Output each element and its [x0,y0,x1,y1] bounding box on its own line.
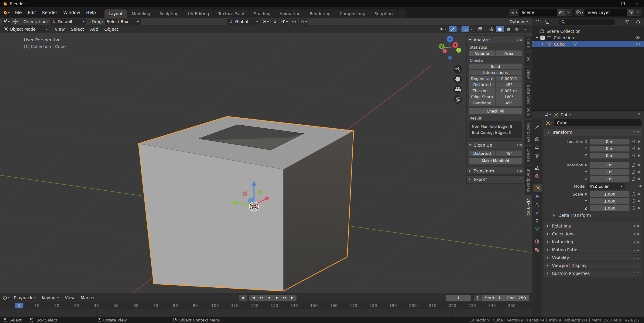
timeline-menu-playback[interactable]: Playback [11,294,39,302]
keyframe-dot[interactable] [638,155,640,157]
lock-open-icon[interactable] [629,170,637,174]
section-collections[interactable]: Collections [544,230,642,238]
selectability-dropdown[interactable] [439,26,447,32]
shading-wireframe-button[interactable] [487,26,495,32]
check-row-label[interactable]: Thickness [469,88,495,94]
chevron-down-icon[interactable] [471,29,473,31]
properties-tab-material[interactable] [532,237,542,245]
outliner-search-input[interactable] [559,19,615,25]
viewport-menu-view[interactable]: View [52,25,68,33]
panel-grip[interactable] [634,233,639,235]
check-row-value[interactable]: 0.001 m [496,88,522,94]
location-value-field[interactable]: 0 m [590,153,629,158]
shading-dropdown[interactable] [521,26,529,32]
drag-dropdown[interactable]: Select Box [105,19,141,25]
outliner-filter-mode-button[interactable] [544,19,553,25]
lock-open-icon[interactable] [629,140,637,144]
transform-panel-header[interactable]: Transform [544,129,642,136]
check-row-label[interactable]: Edge Sharp [469,94,495,100]
close-button[interactable]: ✕ [630,0,644,7]
gizmo-plane-x[interactable] [243,192,247,196]
lock-open-icon[interactable] [629,206,637,210]
snap-toggle-button[interactable] [271,19,279,25]
show-overlays-button[interactable] [461,26,469,32]
panel-grip[interactable] [634,225,639,227]
properties-tab-view-layer[interactable] [532,151,542,160]
next-keyframe-button[interactable] [281,295,289,301]
panel-grip[interactable] [634,257,639,259]
outliner-row-cube[interactable]: Cube [532,41,644,47]
cleanup-distorted-value[interactable]: 45° [496,151,522,156]
panel-grip[interactable] [634,131,639,133]
section-relations[interactable]: Relations [544,222,642,230]
properties-tab-constraints[interactable] [532,217,542,225]
properties-tab-output[interactable] [532,143,542,151]
section-custom-properties[interactable]: Custom Properties [544,270,642,277]
viewport-canvas[interactable]: Z X Y [0,33,532,293]
xray-toggle-button[interactable] [476,26,484,32]
minimize-button[interactable]: – [602,0,616,7]
orthographic-toggle-button[interactable] [454,95,462,104]
sidebar-tab-3d-print[interactable]: 3D-Print [525,196,532,218]
shading-solid-button[interactable] [496,26,504,32]
pin-icon[interactable] [637,113,641,117]
current-frame-field[interactable]: 1 [446,295,471,301]
axis-y-negative-handle[interactable] [456,48,461,53]
proportional-falloff-button[interactable] [299,19,308,25]
viewport-menu-select[interactable]: Select [68,25,87,33]
collection-checkbox[interactable]: ✓ [540,36,545,40]
sidebar-tab-blendpeaks[interactable]: Blendpeaks [525,166,532,195]
new-collection-button[interactable] [634,19,642,25]
scene-browse-button[interactable] [509,9,519,16]
chevron-down-icon[interactable] [458,29,460,31]
section-instancing[interactable]: Instancing [544,238,642,245]
lock-open-icon[interactable] [629,192,637,196]
sidebar-tab-techdraw[interactable]: TechDraw [525,120,532,145]
timeline-collapse-icon[interactable]: ‹ [529,303,530,307]
panel-grip[interactable] [634,249,639,251]
axis-z-negative-handle[interactable] [448,56,452,60]
zoom-button[interactable] [454,65,462,74]
workspace-tab-compositing[interactable]: Compositing [335,9,370,18]
rotation-value-field[interactable]: 0° [590,176,629,182]
rotation-value-field[interactable]: 0° [590,162,629,168]
auto-keying-button[interactable] [239,295,247,301]
properties-tab-particles[interactable] [532,200,542,209]
keyframe-dot[interactable] [639,185,642,187]
properties-tab-tool[interactable] [532,123,542,131]
properties-tab-modifiers[interactable] [532,192,542,200]
keyframe-dot[interactable] [638,164,640,166]
lock-open-icon[interactable] [629,177,637,181]
workspace-tab-uv-editing[interactable]: UV Editing [183,9,213,18]
properties-editor-type-button[interactable] [544,113,551,117]
menu-file[interactable]: File [12,9,25,16]
location-value-field[interactable]: 0 m [590,146,629,151]
app-menu-button[interactable] [0,9,12,16]
keyframe-dot[interactable] [638,200,640,202]
properties-tab-texture[interactable] [532,245,542,254]
view-layer-new-button[interactable] [627,9,634,16]
make-manifold-button[interactable]: Make Manifold [469,158,522,164]
panel-grip[interactable] [517,170,522,172]
sidebar-tab-view[interactable]: View [525,67,532,82]
outliner-row-collection[interactable]: ✓ Collection [532,34,644,41]
timeline-menu-keying[interactable]: Keying [39,294,62,302]
workspace-tab-animation[interactable]: Animation [275,9,305,18]
cleanup-distorted-button[interactable]: Distorted [469,151,495,156]
jump-to-end-button[interactable] [289,295,296,301]
prev-keyframe-button[interactable] [257,295,265,301]
transform-panel-header[interactable]: Transform [467,167,524,174]
section-viewport-display[interactable]: Viewport Display [544,262,642,269]
workspace-tab-layout[interactable]: Layout [104,9,127,18]
check-row-value[interactable]: 0.00010 [496,76,522,82]
check-row-value[interactable]: 45° [496,100,522,106]
proportional-edit-button[interactable] [290,19,298,25]
axis-x-negative-handle[interactable] [443,49,447,53]
options-dropdown[interactable]: Options [509,19,528,24]
properties-tab-object[interactable] [533,184,542,192]
location-value-field[interactable]: 0 m [590,139,629,144]
workspace-tab-texture-paint[interactable]: Texture Paint [214,9,249,18]
menu-render[interactable]: Render [39,9,60,16]
start-frame-field[interactable]: Start 1 [482,295,504,301]
timeline-menu-view[interactable]: View [62,294,78,302]
